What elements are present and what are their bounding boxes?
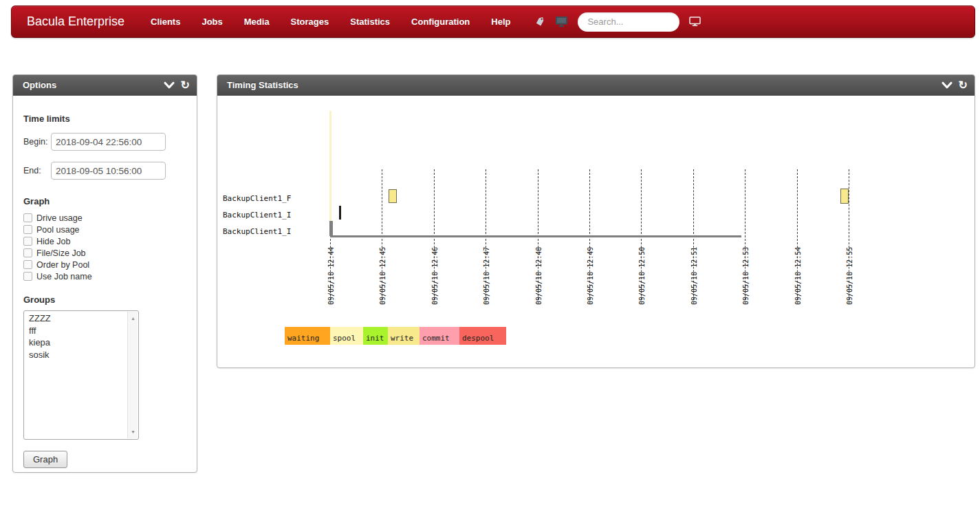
x-tick-label: 09/05/18 12:44: [327, 243, 336, 305]
collapse-chevron-icon[interactable]: [941, 82, 952, 89]
checkbox-label: Hide Job: [36, 237, 70, 246]
checkbox-use-job-name[interactable]: [23, 272, 32, 281]
nav-item-media[interactable]: Media: [244, 17, 270, 27]
x-tick-label: 09/05/18 12:50: [638, 243, 646, 305]
job-row-label: BackupClient1_I: [223, 210, 285, 221]
nav-item-configuration[interactable]: Configuration: [411, 17, 470, 27]
scroll-down-icon[interactable]: ▼: [128, 427, 138, 437]
legend-item-despool: despool: [459, 327, 506, 345]
x-tick-label: 09/05/18 12:46: [431, 243, 439, 305]
x-tick-label: 09/05/18 12:47: [482, 243, 491, 305]
graph-options-list: Drive usagePool usageHide JobFile/Size J…: [23, 212, 186, 282]
group-option[interactable]: ZZZZ: [29, 312, 138, 325]
monitor-icon[interactable]: [555, 16, 568, 28]
x-tick-label: 09/05/18 12:48: [534, 243, 543, 305]
checkbox-order-by-pool[interactable]: [23, 260, 32, 269]
checkbox-label: Order by Pool: [36, 260, 89, 270]
legend-item-write: write: [388, 327, 420, 345]
end-datetime-field[interactable]: [51, 162, 166, 180]
current-time-vline: [329, 111, 331, 222]
checkbox-label: Pool usage: [36, 225, 80, 235]
duration-line: [330, 235, 741, 237]
checkbox-label: Use Job name: [36, 272, 92, 281]
x-tick-label: 09/05/18 12:45: [378, 243, 387, 305]
legend-label: despool: [462, 334, 494, 343]
listbox-scrollbar[interactable]: ▲ ▼: [127, 312, 138, 438]
write-bar: [840, 189, 849, 204]
legend-item-waiting: waiting: [285, 327, 330, 345]
x-tick-label: 09/05/18 12:53: [741, 243, 750, 305]
job-row-label: BackupClient1_F: [223, 193, 285, 204]
graph-option-row: File/Size Job: [23, 247, 186, 259]
search-input[interactable]: [578, 12, 679, 32]
groups-list: ZZZZfffkiepasosik: [24, 311, 138, 361]
time-limits-heading: Time limits: [23, 114, 186, 124]
checkbox-file-size-job[interactable]: [23, 248, 32, 257]
legend-label: init: [366, 334, 384, 343]
x-tick-label: 09/05/18 12:55: [845, 243, 854, 305]
x-tick-label: 09/05/18 12:49: [586, 243, 595, 305]
timing-gantt-chart: waitingspoolinitwritecommitdespool 09/05…: [217, 96, 974, 368]
graph-button[interactable]: Graph: [23, 451, 67, 468]
x-tick-label: 09/05/18 12:51: [690, 243, 699, 305]
begin-label: Begin:: [23, 137, 51, 147]
legend-label: waiting: [287, 334, 319, 343]
end-label: End:: [23, 166, 51, 175]
collapse-chevron-icon[interactable]: [164, 82, 175, 89]
init-bar: [339, 206, 341, 220]
legend-item-commit: commit: [420, 327, 459, 345]
timing-panel-title: Timing Statistics: [227, 80, 298, 90]
timing-statistics-panel: Timing Statistics ↻ waitingspoolinitwrit…: [217, 74, 975, 368]
options-panel-title: Options: [23, 80, 56, 90]
graph-option-row: Hide Job: [23, 235, 186, 247]
graph-option-row: Order by Pool: [23, 259, 186, 270]
nav-item-clients[interactable]: Clients: [151, 17, 180, 27]
top-navbar: Bacula Enterprise ClientsJobsMediaStorag…: [11, 6, 975, 38]
graph-option-row: Drive usage: [23, 212, 186, 224]
chart-legend: waitingspoolinitwritecommitdespool: [285, 327, 506, 345]
navbar-icons: [535, 12, 701, 32]
options-panel: Options ↻ Time limits Begin: End: Graph …: [12, 74, 197, 473]
nav-item-storages[interactable]: Storages: [291, 17, 329, 27]
group-option[interactable]: sosik: [29, 349, 138, 361]
legend-item-spool: spool: [330, 327, 363, 345]
graph-option-row: Pool usage: [23, 224, 186, 235]
begin-datetime-field[interactable]: [51, 133, 166, 151]
checkbox-label: Drive usage: [36, 213, 83, 223]
timing-panel-header: Timing Statistics ↻: [217, 75, 974, 96]
group-option[interactable]: fff: [29, 325, 138, 337]
graph-option-row: Use Job name: [23, 270, 186, 282]
options-panel-header: Options ↻: [13, 75, 197, 96]
legend-label: commit: [422, 334, 450, 343]
nav-item-jobs[interactable]: Jobs: [202, 17, 222, 27]
refresh-icon[interactable]: ↻: [181, 80, 190, 91]
brand-title: Bacula Enterprise: [27, 14, 124, 29]
job-row-label: BackupClient1_I: [223, 226, 285, 237]
checkbox-pool-usage[interactable]: [23, 225, 32, 234]
graph-heading: Graph: [23, 196, 186, 206]
group-option[interactable]: kiepa: [29, 337, 138, 349]
groups-heading: Groups: [23, 295, 186, 305]
options-panel-body: Time limits Begin: End: Graph Drive usag…: [13, 96, 197, 468]
legend-item-init: init: [363, 327, 388, 345]
legend-label: write: [391, 334, 413, 343]
checkbox-hide-job[interactable]: [23, 237, 32, 246]
nav-item-help[interactable]: Help: [491, 17, 510, 27]
x-tick-label: 09/05/18 12:54: [794, 243, 803, 305]
refresh-icon[interactable]: ↻: [959, 80, 968, 91]
checkbox-drive-usage[interactable]: [23, 213, 32, 222]
groups-listbox[interactable]: ZZZZfffkiepasosik ▲ ▼: [23, 310, 139, 440]
nav-item-statistics[interactable]: Statistics: [350, 17, 390, 27]
write-bar: [389, 189, 397, 203]
start-bar: [329, 221, 333, 236]
scroll-up-icon[interactable]: ▲: [128, 313, 138, 323]
checkbox-label: File/Size Job: [36, 248, 86, 258]
legend-label: spool: [333, 334, 356, 343]
main-menu: ClientsJobsMediaStoragesStatisticsConfig…: [151, 17, 510, 27]
tag-icon[interactable]: [534, 16, 547, 28]
display-icon[interactable]: [689, 17, 701, 27]
